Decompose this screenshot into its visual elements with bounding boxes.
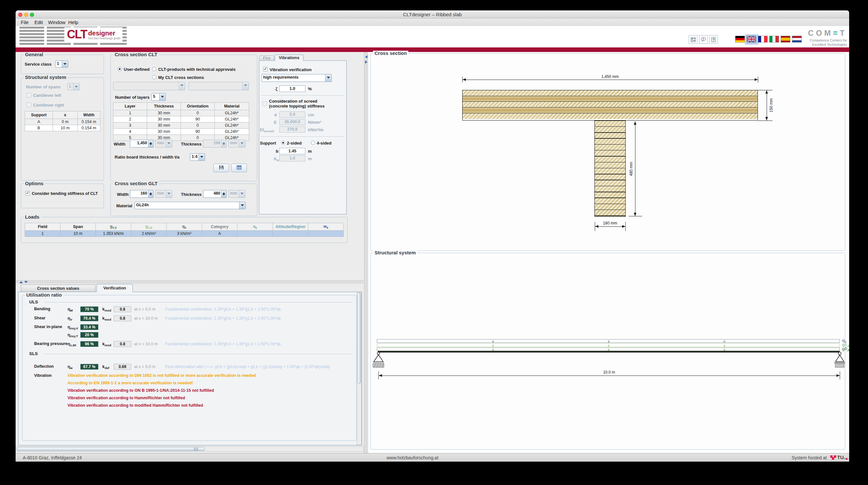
cantilever-left-checkbox xyxy=(27,93,31,97)
tab-verification[interactable]: Verification xyxy=(96,284,133,292)
kmod-label: kmod xyxy=(102,307,111,312)
screed-checkbox[interactable] xyxy=(262,101,267,106)
kmod-label: kmod xyxy=(102,341,111,347)
product-family-select xyxy=(113,82,185,90)
dim-arrow xyxy=(379,374,382,377)
spinner-arrows-icon[interactable] xyxy=(221,190,226,198)
layer-row[interactable]: 330 mm0GL24h* xyxy=(113,122,249,129)
dim-arrow xyxy=(836,374,840,377)
dim-arrow xyxy=(765,117,768,120)
load-arrowhead xyxy=(723,341,726,343)
preferences-button[interactable] xyxy=(689,35,698,44)
collapse-down-icon[interactable] xyxy=(24,281,28,283)
layer-row[interactable]: 130 mm0GL24h* xyxy=(113,110,249,116)
menu-window[interactable]: Window xyxy=(48,20,65,25)
feedback-button[interactable] xyxy=(699,35,708,44)
consider-bending-stiffness-checkbox[interactable] xyxy=(25,191,30,195)
beam-drawing xyxy=(378,351,840,353)
clt-width-label: Width xyxy=(114,142,125,147)
user-defined-radio[interactable] xyxy=(118,67,122,71)
glt-groupbox: Cross section GLT xyxy=(111,184,257,216)
menu-edit[interactable]: Edit xyxy=(34,20,43,25)
collapse-left-icon[interactable] xyxy=(365,55,367,58)
kdef-field: 0.69 xyxy=(114,364,131,370)
italian-flag[interactable] xyxy=(769,36,779,42)
menu-file[interactable]: File xyxy=(21,20,29,25)
x-col-header: x xyxy=(53,112,78,119)
layer-row[interactable]: 230 mm90GL24h* xyxy=(113,116,249,122)
position-text: at x = 5.0 m xyxy=(134,307,156,311)
vertical-split-divider[interactable] xyxy=(364,52,368,453)
layers-select[interactable]: 5 xyxy=(151,93,166,101)
chevron-down-icon xyxy=(325,74,331,82)
utilisation-badge: 20 % xyxy=(80,332,98,338)
service-class-select[interactable]: 1 xyxy=(55,60,68,67)
scrollbar-thumb[interactable] xyxy=(17,447,205,451)
glt-thickness-spinner[interactable]: 480 xyxy=(203,190,226,198)
scrollbar-thumb[interactable] xyxy=(357,293,361,384)
logo-clt-text: CLT xyxy=(67,28,87,41)
altitude-col-header: Altitude/Region xyxy=(273,223,308,231)
flange-thickness-dim: 150 mm xyxy=(769,94,773,116)
clt-layer-0deg xyxy=(463,113,757,119)
options-title: Options xyxy=(23,181,45,186)
comet-tagline: Competence Centers for Excellent Technol… xyxy=(795,38,847,47)
my-sections-radio[interactable] xyxy=(152,75,156,79)
layer-table: Layer Thickness Orientation Material 130… xyxy=(113,102,249,141)
results-vertical-scrollbar[interactable] xyxy=(357,292,362,445)
support-4-sided-radio[interactable] xyxy=(311,141,315,145)
status-website[interactable]: www.holzbauforschung.at xyxy=(386,455,438,460)
g0k-col-header: g0,k xyxy=(96,223,131,231)
glt-thickness-unit: mm xyxy=(229,190,239,198)
clt-width-spinner[interactable]: 1,450 xyxy=(130,140,153,148)
cantilever-right-checkbox xyxy=(27,103,31,107)
cross-section-table-button[interactable] xyxy=(231,164,247,172)
orientation-col-header: Orientation xyxy=(181,103,215,110)
uls-row-bending: Bending ηM 70 % kmod 0.8 at x = 5.0 m Fu… xyxy=(16,306,364,313)
glt-width-spinner[interactable]: 160 xyxy=(130,190,153,198)
requirements-select[interactable]: high requirements xyxy=(261,74,332,82)
left-pane-horizontal-scrollbar[interactable] xyxy=(16,446,364,452)
kmod-field: 0.8 xyxy=(114,306,131,312)
save-cross-section-button[interactable] xyxy=(213,164,229,172)
spinner-arrows-icon[interactable] xyxy=(148,190,153,198)
layer-table-header: Layer Thickness Orientation Material xyxy=(113,103,249,110)
collapse-up-icon[interactable] xyxy=(20,281,23,283)
category-col-header: Category xyxy=(202,223,238,231)
french-flag[interactable] xyxy=(758,36,768,42)
loads-row[interactable]: 110 m1.353 kN/m 2 kN/m²3 kN/m²A xyxy=(25,231,344,237)
screed-ei-unit: kNm²/m xyxy=(308,127,323,132)
web-width-dim: 160 mm xyxy=(595,221,625,225)
support-row-b[interactable]: B10 m0.154 m xyxy=(25,125,100,131)
spinner-arrows-icon[interactable] xyxy=(148,140,153,147)
help-button[interactable]: ? xyxy=(709,35,718,44)
dim-tick xyxy=(758,121,773,121)
layer-row[interactable]: 430 mm90GL24h* xyxy=(113,129,249,135)
tab-cross-section-values[interactable]: Cross section values xyxy=(21,284,95,292)
glt-material-select[interactable]: GL24h xyxy=(134,202,246,209)
tab-vibrations[interactable]: Vibrations xyxy=(275,55,303,61)
b-field[interactable]: 1.45 xyxy=(279,148,305,154)
roller-support-icon xyxy=(833,352,846,369)
options-groupbox: Options xyxy=(21,184,104,208)
vibration-verification-checkbox[interactable] xyxy=(263,67,268,71)
english-flag-selected[interactable] xyxy=(745,34,758,44)
pinned-support-icon xyxy=(372,352,385,369)
german-flag[interactable] xyxy=(735,36,745,42)
spanish-flag[interactable] xyxy=(781,36,790,42)
zeta-field[interactable]: 1.0 xyxy=(279,85,305,92)
support-row-a[interactable]: A0 m0.154 m xyxy=(25,119,100,125)
clt-width-unit-select: mm xyxy=(155,140,172,148)
floppy-disk-icon xyxy=(219,165,224,170)
menu-help[interactable]: Help xyxy=(68,20,78,25)
chevron-down-icon xyxy=(239,190,245,198)
ratio-select[interactable]: 1:4 xyxy=(190,153,205,161)
support-2-sided-radio[interactable] xyxy=(281,141,285,145)
dim-arrow xyxy=(765,90,768,94)
screed-e-unit: N/mm² xyxy=(308,120,321,125)
menubar: File Edit Window Help xyxy=(16,19,849,26)
clt-products-radio[interactable] xyxy=(152,67,156,71)
horizontal-split-divider[interactable] xyxy=(16,280,364,284)
collapse-right-icon[interactable] xyxy=(365,60,367,64)
load-band-g1k xyxy=(377,343,840,347)
